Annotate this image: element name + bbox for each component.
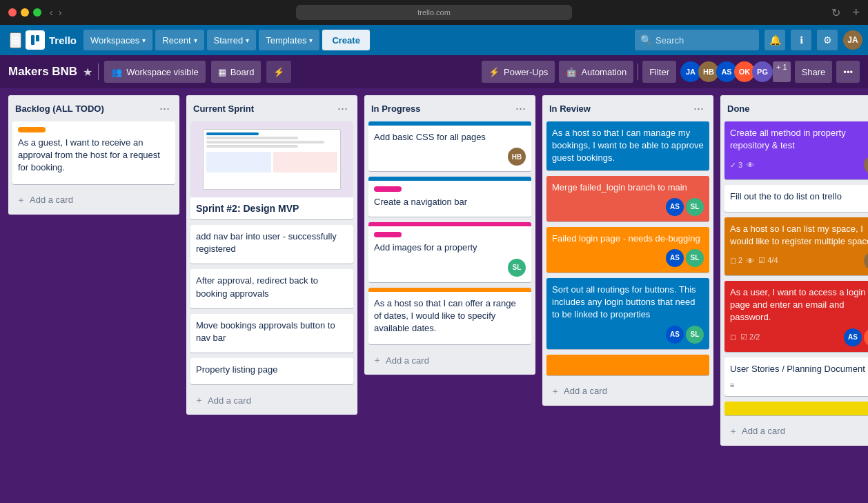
card-ip-1-text: Add basic CSS for all pages [374, 131, 526, 144]
list-done-header: Done ··· [720, 95, 868, 121]
info-button[interactable]: ℹ [791, 30, 811, 50]
card-ip-3-label [374, 232, 402, 237]
avatar-ok-done-4: OK [864, 328, 868, 346]
card-cs-1[interactable]: add nav bar into user - successfully reg… [190, 225, 353, 264]
card-ir-4[interactable]: Sort out all routings for buttons. This … [546, 278, 709, 349]
starred-button[interactable]: Starred ▾ [207, 30, 257, 50]
avatar-as-3: AS [666, 326, 684, 344]
card-ip-1[interactable]: Add basic CSS for all pages HB [368, 121, 531, 171]
add-card-label: Add a card [30, 195, 73, 205]
card-cs-4[interactable]: Property listing page [190, 358, 353, 384]
back-button[interactable]: ‹ [50, 7, 53, 18]
add-card-label-2: Add a card [208, 395, 251, 406]
card-ip-2[interactable]: Create a navigation bar [368, 177, 531, 217]
card-ip-3[interactable]: Add images for a property SL [368, 222, 531, 282]
more-options-button[interactable]: ••• [836, 61, 860, 83]
board-view-button[interactable]: ▦ Board [211, 61, 262, 83]
avatar-hb-done-3: HB [864, 252, 868, 270]
avatar-sl-4: SL [686, 326, 704, 344]
maximize-dot[interactable] [33, 8, 41, 17]
star-button[interactable]: ★ [83, 66, 92, 79]
card-ir-2[interactable]: Merge failed_login branch to main AS SL [546, 176, 709, 221]
sprint-sketch [203, 129, 342, 190]
card-ir-4-footer: AS SL [552, 326, 704, 344]
board-title[interactable]: Makers BNB [8, 65, 77, 79]
card-done-1-footer: ✓ 3 👁 HB [730, 156, 868, 174]
refresh-button[interactable]: ↻ [831, 6, 840, 19]
card-done-1-badges: ✓ 3 👁 [730, 161, 754, 170]
search-box[interactable]: Search [635, 30, 759, 50]
card-ir-5[interactable] [546, 355, 709, 375]
search-wrapper: 🔍 Search [635, 30, 759, 50]
templates-label: Templates [266, 35, 306, 46]
backlog-add-card-button[interactable]: ＋ Add a card [11, 190, 177, 210]
header-divider-2 [638, 63, 638, 80]
card-cs-2[interactable]: After approval, redirect back to booking… [190, 269, 353, 308]
done-add-card-button[interactable]: ＋ Add a card [723, 421, 868, 442]
card-done-2[interactable]: Fill out the to do list on trello [724, 185, 868, 211]
sprint-add-card-button[interactable]: ＋ Add a card [189, 390, 355, 411]
notifications-button[interactable]: 🔔 [765, 30, 785, 50]
card-ir-3-avatars: AS SL [666, 249, 704, 267]
workspaces-button[interactable]: Workspaces ▾ [83, 30, 152, 50]
sprint-card-body: Sprint #2: Design MVP [190, 197, 353, 219]
card-done-4-footer: ◻ ☑ 2/2 AS OK [730, 328, 868, 346]
in-progress-add-card-button[interactable]: ＋ Add a card [367, 350, 533, 371]
card-backlog-1[interactable]: As a guest, I want to receive an approva… [12, 121, 175, 184]
card-done-4[interactable]: As a user, I want to access a login page… [724, 281, 868, 352]
card-done-6[interactable] [724, 402, 868, 415]
avatar-sl-2: SL [686, 198, 704, 216]
user-avatar[interactable]: JA [843, 30, 862, 50]
list-in-progress-menu[interactable]: ··· [513, 101, 529, 116]
url-bar[interactable]: trello.com [296, 5, 572, 20]
avatar-hb-1: HB [508, 148, 526, 166]
card-ir-4-avatars: AS SL [666, 326, 704, 344]
forward-button[interactable]: › [59, 7, 62, 18]
customize-button[interactable]: ⚡ [266, 61, 291, 83]
minimize-dot[interactable] [21, 8, 29, 17]
list-backlog-menu[interactable]: ··· [157, 101, 172, 116]
card-done-5-text: User Stories / Planning Document [730, 363, 868, 375]
trello-bar-right [36, 35, 39, 41]
add-icon-5: ＋ [729, 425, 738, 437]
templates-button[interactable]: Templates ▾ [259, 30, 319, 50]
badge-check-4: ◻ [730, 333, 736, 342]
card-ip-3-color-bar [368, 222, 531, 226]
card-done-4-badges: ◻ ☑ 2/2 [730, 333, 760, 342]
list-backlog-header: Backlog (ALL TODO) ··· [8, 95, 179, 121]
filter-button[interactable]: Filter [642, 61, 676, 83]
avatar-sl-1: SL [508, 259, 526, 277]
member-avatar-5[interactable]: PG [752, 61, 773, 82]
workspace-icon: 👥 [111, 67, 122, 77]
power-ups-button[interactable]: ⚡ Power-Ups [482, 61, 555, 83]
card-ip-1-avatars: HB [508, 148, 526, 166]
recent-button[interactable]: Recent ▾ [155, 30, 204, 50]
card-done-3[interactable]: As a host so I can list my space, I woul… [724, 217, 868, 275]
card-ir-1[interactable]: As a host so that I can manage my bookin… [546, 121, 709, 170]
list-backlog-title: Backlog (ALL TODO) [15, 103, 104, 114]
card-done-1[interactable]: Create all method in property repository… [724, 121, 868, 179]
in-review-add-card-button[interactable]: ＋ Add a card [545, 381, 711, 402]
list-in-review-menu[interactable]: ··· [691, 101, 707, 116]
workspace-visible-button[interactable]: 👥 Workspace visible [104, 61, 206, 83]
new-tab-button[interactable]: + [852, 6, 860, 20]
apps-icon[interactable]: ⊞ [10, 32, 21, 48]
list-in-progress-cards: Add basic CSS for all pages HB Create a … [364, 121, 535, 350]
automation-button[interactable]: 🤖 Automation [559, 61, 633, 83]
create-button[interactable]: Create [322, 30, 369, 50]
badge-doc-5: ≡ [730, 381, 734, 389]
card-ip-3-footer: SL [374, 259, 526, 277]
templates-chevron: ▾ [309, 37, 313, 44]
close-dot[interactable] [8, 8, 17, 17]
card-cs-3[interactable]: Move bookings approvals button to nav ba… [190, 314, 353, 353]
sprint-card[interactable]: Sprint #2: Design MVP [190, 121, 353, 219]
share-button[interactable]: Share [795, 61, 833, 83]
settings-button[interactable]: ⚙ [817, 30, 838, 50]
list-current-sprint-menu[interactable]: ··· [335, 101, 351, 116]
card-ir-3-footer: AS SL [552, 249, 704, 267]
card-done-5[interactable]: User Stories / Planning Document ≡ [724, 357, 868, 396]
card-ip-3-text: Add images for a property [374, 241, 526, 254]
card-ip-4[interactable]: As a host so that I can offer a range of… [368, 288, 531, 345]
card-ir-3[interactable]: Failed login page - needs de-bugging AS … [546, 227, 709, 273]
list-done-title: Done [727, 103, 750, 114]
